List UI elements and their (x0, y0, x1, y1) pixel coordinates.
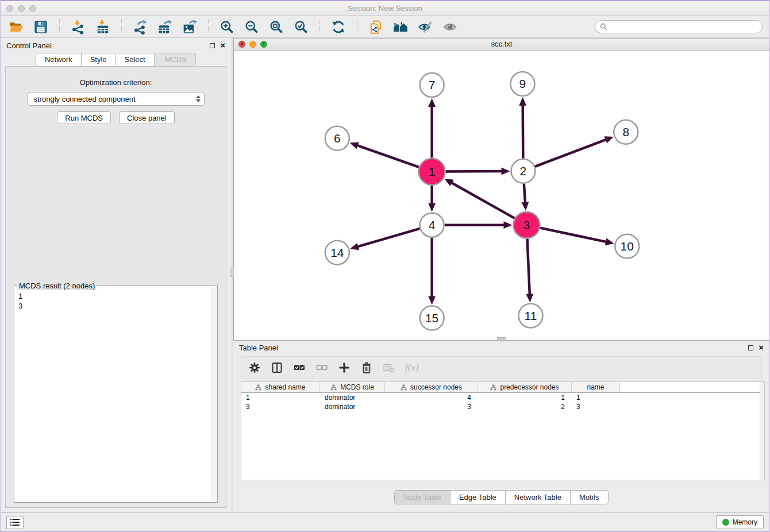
export-table-button[interactable] (156, 18, 174, 36)
minimize-window-icon[interactable] (18, 5, 25, 12)
show-columns-button[interactable] (271, 361, 283, 374)
zoom-in-button[interactable] (218, 18, 236, 36)
table-cell[interactable]: 1 (572, 393, 620, 402)
graph-node-2[interactable]: 2 (511, 159, 535, 183)
column-header-shared-name[interactable]: shared name (241, 382, 320, 392)
add-column-button[interactable] (338, 361, 351, 374)
network-graph[interactable]: 7968124314101511 (234, 51, 769, 340)
import-table-button[interactable] (94, 18, 111, 36)
table-body: 1dominator4113dominator323 (241, 393, 764, 411)
table-scrollbar[interactable] (760, 382, 764, 480)
network-window-titlebar[interactable]: × − + scc.txt (234, 38, 769, 51)
mcds-result-item[interactable]: 1 (15, 291, 211, 301)
select-all-button[interactable] (293, 361, 306, 374)
graph-node-15[interactable]: 15 (420, 306, 444, 330)
result-scrollbar[interactable] (211, 287, 217, 502)
home-button[interactable] (392, 18, 409, 36)
float-table-panel-icon[interactable] (748, 345, 753, 350)
table-cell[interactable]: 3 (572, 402, 620, 411)
close-table-panel-icon[interactable]: × (759, 345, 764, 350)
import-network-icon (71, 20, 86, 34)
deselect-all-button[interactable] (315, 361, 328, 374)
table-cell[interactable]: dominator (320, 402, 385, 411)
task-history-button[interactable] (6, 516, 24, 529)
table-panel: Table Panel × f(x) (233, 341, 769, 512)
mcds-result-item[interactable]: 3 (15, 301, 211, 311)
float-panel-icon[interactable] (210, 43, 215, 48)
network-close-icon[interactable]: × (238, 41, 245, 48)
table-cell[interactable]: 1 (478, 393, 572, 402)
toolbar-separator (208, 20, 209, 34)
show-graphics-button[interactable] (441, 18, 459, 36)
close-window-icon[interactable] (6, 5, 13, 12)
hide-selected-button[interactable] (417, 18, 434, 36)
graph-edge-1-6 (349, 142, 419, 167)
zoom-out-button[interactable] (243, 18, 260, 36)
import-network-button[interactable] (70, 18, 87, 36)
column-header-name[interactable]: name (572, 382, 620, 392)
column-header-mcds-role[interactable]: MCDS role (320, 382, 385, 392)
column-header-predecessor-nodes[interactable]: predecessor nodes (478, 382, 572, 392)
column-header-successor-nodes[interactable]: successor nodes (385, 382, 478, 392)
search-field[interactable] (595, 20, 763, 33)
control-tab-mcds[interactable]: MCDS (156, 53, 196, 67)
graph-node-4[interactable]: 4 (420, 213, 444, 237)
session-title: Session: New Session (348, 4, 422, 13)
maximize-window-icon[interactable] (29, 5, 36, 12)
search-input[interactable] (610, 23, 757, 31)
graph-node-10[interactable]: 10 (615, 234, 639, 258)
network-canvas[interactable]: 7968124314101511 (234, 51, 769, 340)
table-cell[interactable]: 3 (241, 402, 320, 411)
graph-edge-4-15 (428, 237, 436, 304)
network-minimize-icon[interactable]: − (249, 41, 256, 48)
graph-edge-3-11 (526, 238, 533, 302)
table-settings-button[interactable] (248, 361, 261, 374)
control-tab-network[interactable]: Network (36, 53, 82, 67)
table-cell[interactable]: dominator (320, 393, 385, 402)
open-file-button[interactable] (7, 18, 25, 36)
control-tab-select[interactable]: Select (116, 53, 155, 67)
table-tab-edge-table[interactable]: Edge Table (451, 490, 506, 504)
refresh-layout-button[interactable] (330, 18, 347, 36)
clone-network-button[interactable] (367, 18, 384, 36)
export-network-button[interactable] (132, 18, 149, 36)
graph-node-3[interactable]: 3 (513, 211, 540, 238)
export-image-button[interactable] (181, 18, 198, 36)
delete-column-button-disabled (383, 361, 395, 374)
save-session-button[interactable] (32, 18, 49, 36)
zoom-fit-button[interactable] (268, 18, 285, 36)
close-panel-icon[interactable]: × (220, 43, 225, 48)
table-tab-motifs[interactable]: Motifs (571, 490, 609, 504)
run-mcds-button[interactable]: Run MCDS (57, 111, 111, 124)
graph-node-6[interactable]: 6 (325, 126, 349, 150)
graph-node-7[interactable]: 7 (420, 73, 444, 97)
zoom-out-icon (244, 20, 259, 34)
graph-node-1[interactable]: 1 (419, 158, 445, 184)
list-icon (10, 518, 20, 526)
graph-node-9[interactable]: 9 (510, 72, 534, 96)
graph-node-14[interactable]: 14 (325, 240, 349, 264)
graph-edge-3-10 (540, 228, 614, 245)
zoom-selected-button[interactable] (292, 18, 310, 36)
toolbar-separator (59, 20, 60, 34)
graph-edge-1-2 (446, 167, 510, 175)
close-panel-button[interactable]: Close panel (119, 111, 175, 124)
table-cell[interactable]: 4 (385, 393, 478, 402)
mcds-result-list[interactable]: 13 (15, 291, 211, 502)
table-cell[interactable]: 1 (241, 393, 320, 402)
criterion-dropdown[interactable]: strongly connected component (28, 92, 205, 106)
svg-text:6: 6 (334, 132, 341, 145)
main-toolbar (1, 16, 769, 38)
delete-table-button[interactable] (360, 361, 373, 374)
table-tab-node-table[interactable]: Node Table (394, 490, 451, 504)
control-tab-style[interactable]: Style (82, 53, 116, 67)
graph-node-11[interactable]: 11 (518, 303, 542, 327)
table-cell[interactable]: 3 (385, 402, 478, 411)
network-maximize-icon[interactable]: + (260, 41, 267, 48)
memory-button[interactable]: Memory (716, 515, 764, 529)
panel-divider[interactable] (231, 38, 233, 512)
table-cell[interactable]: 2 (478, 402, 572, 411)
table-tab-network-table[interactable]: Network Table (506, 490, 571, 504)
canvas-resize-handle-icon[interactable] (497, 337, 506, 341)
graph-node-8[interactable]: 8 (614, 119, 638, 144)
